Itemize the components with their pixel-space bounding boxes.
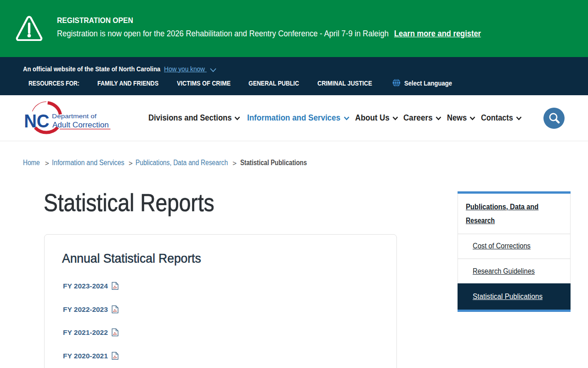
svg-text:Adult Correction: Adult Correction [52,121,109,129]
svg-text:NC: NC [24,110,49,132]
svg-text:Department of: Department of [52,113,96,120]
